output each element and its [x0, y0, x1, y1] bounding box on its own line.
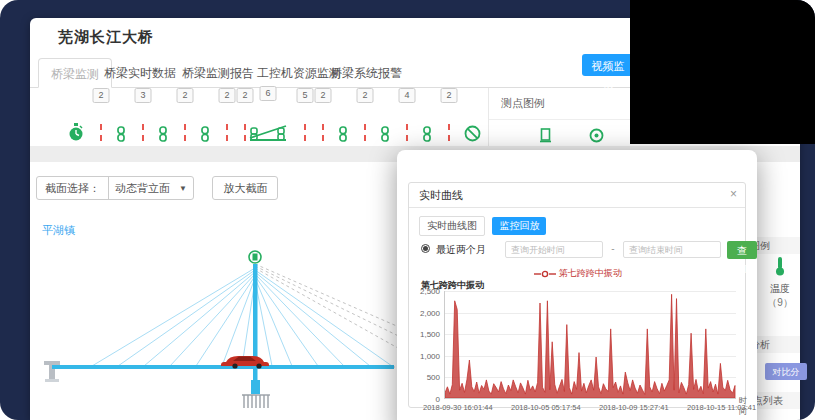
chain-link-icon[interactable]: [200, 126, 210, 142]
sensor-count-badge: 2: [237, 88, 254, 103]
chart-plot-area: 2,5002,0001,5001,00050002018-09-30 16:01…: [444, 291, 736, 399]
enlarge-section-button[interactable]: 放大截面: [212, 176, 278, 200]
modal-titlebar: 实时曲线 ×: [409, 183, 745, 208]
sensor-dash-marker: 2: [322, 124, 324, 142]
y-axis-tick: 2,000: [406, 309, 440, 318]
sensor-count-badge: 2: [177, 88, 194, 103]
desktop-background: 芜湖长江大桥 桥梁监测桥梁实时数据桥梁监测报告工控机资源监测桥梁系统报警 视频监…: [0, 0, 815, 420]
close-icon[interactable]: ×: [730, 187, 737, 201]
bank-label: 平湖镇: [42, 223, 75, 238]
sensor-dash-marker: 2: [226, 124, 228, 142]
chain-link-icon[interactable]: [116, 126, 126, 142]
ban-icon[interactable]: [464, 125, 481, 142]
y-axis-tick: 1,500: [406, 330, 440, 339]
tab-playback[interactable]: 监控回放: [492, 217, 546, 235]
range-separator: -: [607, 243, 619, 254]
page-title: 芜湖长江大桥: [58, 28, 154, 47]
legend-line-icon: [534, 270, 556, 278]
sensor-count-badge: 2: [219, 88, 236, 103]
section-select-dropdown[interactable]: 动态背立面 ▼: [109, 181, 193, 196]
compare-analysis-button[interactable]: 对比分析: [765, 363, 807, 380]
tab-realtime-curve[interactable]: 实时曲线图: [419, 216, 485, 236]
sensor-count-badge: 2: [93, 88, 110, 103]
sensor-dash-marker: 2: [244, 124, 246, 142]
query-start-time-input[interactable]: [505, 241, 603, 258]
y-axis-tick: 2,500: [406, 287, 440, 296]
section-select-label: 截面选择：: [37, 177, 109, 199]
x-axis-tick: 2018-10-09 15:27:41: [599, 403, 669, 412]
realtime-curve-dialog: 实时曲线 × 实时曲线图 监控回放 最近两个月 - 查询 第七跨跨中振动 第七跨…: [408, 182, 746, 408]
left-pier: [44, 361, 60, 382]
legend-label: 第七跨跨中振动: [559, 268, 622, 278]
sensor-dash-marker: 5: [304, 124, 306, 142]
sensor-count-badge: 5: [297, 88, 314, 103]
tower-top-sensor-icon: [249, 251, 261, 263]
sensor-dash-marker: 3: [142, 124, 144, 142]
main-tab-4[interactable]: 桥梁系统报警: [318, 58, 414, 88]
query-button[interactable]: 查询: [727, 241, 757, 259]
thermometer-icon: [774, 256, 786, 276]
temperature-item[interactable]: 温度 （9）: [755, 256, 805, 310]
sensor-count-badge: 2: [357, 88, 374, 103]
section-controls: 截面选择： 动态背立面 ▼ 放大截面: [36, 176, 278, 200]
x-axis-name: 时间: [739, 395, 747, 417]
sensor-circle-icon: [589, 128, 604, 147]
last-two-months-label: 最近两个月: [436, 243, 486, 257]
modal-window: 实时曲线 × 实时曲线图 监控回放 最近两个月 - 查询 第七跨跨中振动 第七跨…: [397, 150, 757, 420]
sensor-count-badge: 4: [399, 88, 416, 103]
query-end-time-input[interactable]: [623, 241, 721, 258]
x-axis-tick: 2018-10-05 05:17:54: [511, 403, 581, 412]
chain-link-icon[interactable]: [158, 126, 168, 142]
temperature-count: （9）: [755, 296, 805, 310]
sensor-count-badge: 6: [260, 86, 277, 101]
beam-sensor-icon[interactable]: 6: [248, 122, 288, 142]
sensor-strip: 23222652242: [38, 90, 488, 148]
section-select-group: 截面选择： 动态背立面 ▼: [36, 176, 194, 200]
y-axis-tick: 500: [406, 373, 440, 382]
section-select-value: 动态背立面: [115, 181, 170, 196]
y-axis-tick: 1,000: [406, 352, 440, 361]
sensor-dash-marker: 2: [364, 124, 366, 142]
modal-title: 实时曲线: [419, 188, 463, 203]
chain-link-icon[interactable]: [422, 126, 432, 142]
sensor-count-badge: 2: [441, 88, 458, 103]
stopwatch-icon: [68, 122, 84, 142]
x-axis-tick: 2018-09-30 16:01:44: [423, 403, 493, 412]
sensor-dash-marker: 2: [184, 124, 186, 142]
sensor-square-icon: [539, 128, 552, 147]
modal-tabs: 实时曲线图 监控回放: [419, 215, 546, 233]
sensor-count-badge: 3: [135, 88, 152, 103]
chain-link-icon[interactable]: [338, 126, 348, 142]
sensor-dash-marker: 2: [100, 124, 102, 142]
chain-link-icon[interactable]: [380, 126, 390, 142]
video-monitor-button[interactable]: 视频监控: [582, 54, 634, 76]
temperature-label: 温度: [755, 282, 805, 296]
chevron-down-icon: ▼: [179, 184, 187, 193]
sensor-count-badge: 2: [315, 88, 332, 103]
series-area: [445, 290, 737, 398]
query-row: 最近两个月 - 查询: [419, 241, 737, 261]
last-two-months-radio[interactable]: [421, 244, 430, 253]
sensor-dash-marker: 2: [448, 124, 450, 142]
sensor-dash-marker: 4: [406, 124, 408, 142]
black-overlay-window: [630, 0, 815, 144]
